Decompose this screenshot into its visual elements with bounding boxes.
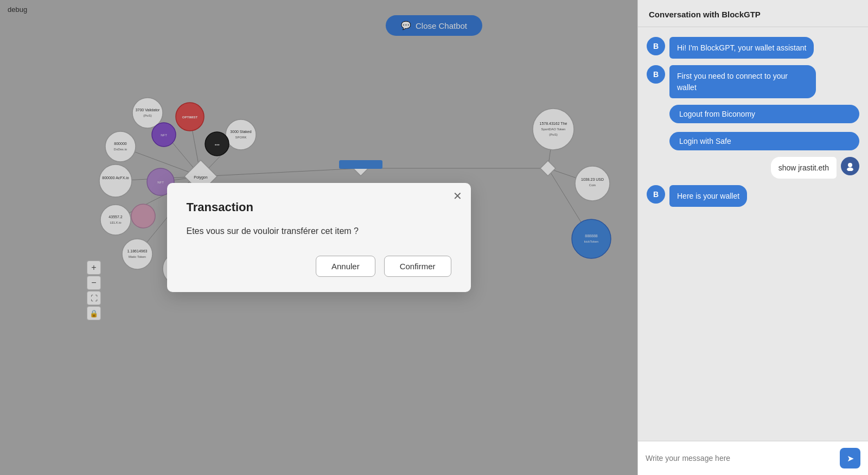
svg-point-69 [848, 163, 852, 167]
modal-actions: Annuler Confirmer [187, 256, 451, 277]
chat-input-area: ➤ [638, 441, 868, 475]
annuler-button[interactable]: Annuler [316, 256, 375, 277]
bot-avatar-2: B [647, 65, 665, 84]
chat-input-field[interactable] [646, 454, 834, 463]
bot-message-1: B Hi! I'm BlockGPT, your wallet assistan… [647, 37, 859, 59]
bot-message-2: B First you need to connect to your wall… [647, 65, 859, 98]
user-message-1: show jrastit.eth [647, 157, 859, 179]
confirmer-button[interactable]: Confirmer [384, 256, 451, 277]
modal-overlay: ✕ Transaction Etes vous sur de vouloir t… [0, 0, 637, 475]
svg-point-70 [847, 167, 853, 171]
bot-bubble-1: Hi! I'm BlockGPT, your wallet assistant [669, 37, 814, 59]
user-bubble-1: show jrastit.eth [771, 157, 837, 179]
chat-messages: B Hi! I'm BlockGPT, your wallet assistan… [638, 27, 868, 441]
bot-bubble-2: First you need to connect to your wallet [669, 65, 816, 98]
transaction-modal: ✕ Transaction Etes vous sur de vouloir t… [167, 183, 471, 292]
chat-panel: Conversation with BlockGTP B Hi! I'm Blo… [637, 0, 868, 475]
chat-send-button[interactable]: ➤ [840, 448, 860, 468]
modal-title: Transaction [187, 200, 451, 214]
user-avatar-1 [841, 157, 859, 175]
modal-message: Etes vous sur de vouloir transférer cet … [187, 226, 451, 236]
bot-bubble-3: Here is your wallet [669, 185, 747, 207]
bot-avatar-3: B [647, 185, 665, 204]
chat-header: Conversation with BlockGTP [638, 0, 868, 27]
send-icon: ➤ [847, 453, 854, 464]
modal-close-button[interactable]: ✕ [453, 191, 462, 201]
bot-avatar-1: B [647, 37, 665, 55]
action-login-safe[interactable]: Login with Safe [669, 132, 859, 150]
bot-message-3: B Here is your wallet [647, 185, 859, 207]
action-logout[interactable]: Logout from Biconomy [669, 105, 859, 123]
